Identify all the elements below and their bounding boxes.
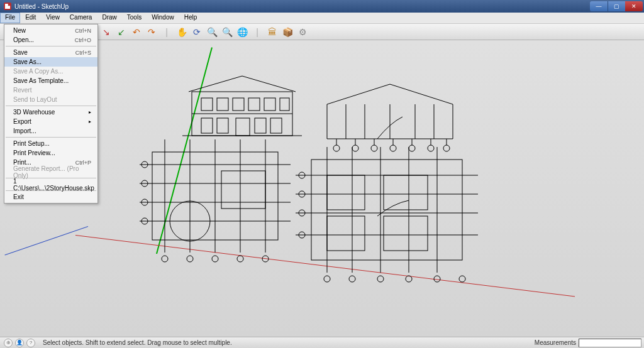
tool-warehouse[interactable]: 🏛 <box>267 26 278 38</box>
menu-window[interactable]: Window <box>147 13 179 23</box>
tool-components[interactable]: 📦 <box>282 26 293 38</box>
menu-item-label: Revert <box>13 87 31 94</box>
menu-item-label: Save A Copy As... <box>13 68 64 75</box>
menu-item-save-a-copy-as: Save A Copy As... <box>4 67 97 76</box>
measurements-label: Measurements <box>535 339 576 346</box>
menu-draw[interactable]: Draw <box>97 13 121 23</box>
status-user-icon[interactable]: 👤 <box>15 339 24 347</box>
menu-item-save-as[interactable]: Save As... <box>4 57 97 67</box>
close-button[interactable]: ✕ <box>625 1 643 11</box>
menu-item-save-as-template[interactable]: Save As Template... <box>4 76 97 85</box>
menu-item-label: 3D Warehouse <box>13 109 55 116</box>
menu-item-1-c-users-2storyhouse-skp[interactable]: 1 C:\Users\...\2StoryHouse.skp <box>4 180 97 189</box>
status-geo-icon[interactable]: ⊕ <box>4 339 13 347</box>
svg-rect-4 <box>233 98 244 111</box>
menu-file[interactable]: File <box>0 13 20 23</box>
menu-item-exit[interactable]: Exit <box>4 192 97 202</box>
tool-orange-undo[interactable]: ↶ <box>131 26 142 38</box>
menu-tools[interactable]: Tools <box>122 13 147 23</box>
tool-sep: | <box>161 26 172 38</box>
menu-item-open[interactable]: Open...Ctrl+O <box>4 35 97 45</box>
menu-item-print-preview[interactable]: Print Preview... <box>4 148 97 158</box>
axis-blue <box>4 226 88 256</box>
svg-point-75 <box>434 276 440 282</box>
menu-separator <box>6 137 96 138</box>
menu-help[interactable]: Help <box>179 13 203 23</box>
menu-item-generate-report-pro-only: Generate Report... (Pro Only) <box>4 167 97 177</box>
menu-item-send-to-layout: Send to LayOut <box>4 95 97 104</box>
menu-camera[interactable]: Camera <box>65 13 97 23</box>
svg-point-72 <box>349 276 355 282</box>
svg-rect-6 <box>264 98 275 111</box>
svg-point-74 <box>406 276 412 282</box>
menu-item-label: Print Setup... <box>13 140 50 147</box>
menu-view[interactable]: View <box>41 13 65 23</box>
svg-rect-69 <box>327 216 365 251</box>
app-icon <box>4 3 11 10</box>
menu-item-new[interactable]: NewCtrl+N <box>4 26 97 35</box>
svg-point-50 <box>212 256 218 262</box>
svg-rect-47 <box>221 171 265 209</box>
window-titlebar: Untitled - SketchUp — ▢ ✕ <box>0 0 644 13</box>
maximize-button[interactable]: ▢ <box>608 1 625 11</box>
menu-separator <box>6 106 96 106</box>
tool-orange-redo[interactable]: ↷ <box>146 26 157 38</box>
menu-separator <box>6 46 96 46</box>
svg-rect-3 <box>217 98 228 111</box>
file-menu-dropdown: NewCtrl+NOpen...Ctrl+OSaveCtrl+SSave As.… <box>4 24 98 204</box>
menu-item-label: Exit <box>13 193 24 200</box>
menu-item-print-setup[interactable]: Print Setup... <box>4 139 97 148</box>
menubar: File Edit View Camera Draw Tools Window … <box>0 13 644 24</box>
menu-edit[interactable]: Edit <box>20 13 41 23</box>
menu-item-save[interactable]: SaveCtrl+S <box>4 48 97 57</box>
svg-rect-12 <box>270 118 282 133</box>
tool-red-arrow[interactable]: ↘ <box>101 26 112 38</box>
tool-extension[interactable]: ⚙ <box>297 26 308 38</box>
svg-rect-11 <box>255 118 266 133</box>
svg-point-71 <box>324 276 330 282</box>
tool-green-arrow[interactable]: ↙ <box>116 26 127 38</box>
window-title: Untitled - SketchUp <box>14 3 69 10</box>
status-help-icon[interactable]: ? <box>26 339 35 347</box>
menu-item-shortcut: Ctrl+N <box>75 28 91 34</box>
svg-point-49 <box>187 256 193 262</box>
menu-item-label: Open... <box>13 36 34 43</box>
menu-item-export[interactable]: Export <box>4 117 97 126</box>
menu-item-label: New <box>13 27 26 34</box>
status-hint: Select objects. Shift to extend select. … <box>39 339 535 346</box>
drawing-floorplan-2 <box>289 141 484 285</box>
menu-item-shortcut: Ctrl+S <box>75 50 91 56</box>
svg-rect-7 <box>280 98 289 111</box>
svg-rect-9 <box>217 118 228 133</box>
svg-rect-2 <box>201 98 213 111</box>
svg-rect-68 <box>384 175 428 210</box>
tool-orbit[interactable]: ⟳ <box>191 26 203 38</box>
svg-point-76 <box>459 276 465 282</box>
window-controls: — ▢ ✕ <box>590 1 643 11</box>
tool-zoom[interactable]: 🔍 <box>206 26 218 38</box>
menu-item-label: Generate Report... (Pro Only) <box>13 165 91 179</box>
svg-rect-70 <box>384 216 428 251</box>
tool-zoom-extents[interactable]: 🔍 <box>221 26 233 38</box>
svg-point-52 <box>262 256 269 262</box>
measurements-input[interactable] <box>579 339 641 347</box>
menu-item-label: Save As Template... <box>13 77 69 84</box>
svg-point-51 <box>237 256 243 262</box>
menu-item-shortcut: Ctrl+O <box>75 37 91 43</box>
tool-earth[interactable]: 🌐 <box>236 26 248 38</box>
menu-item-3d-warehouse[interactable]: 3D Warehouse <box>4 107 97 117</box>
menu-item-import[interactable]: Import... <box>4 126 97 136</box>
menu-item-label: Save As... <box>13 58 42 65</box>
statusbar: ⊕ 👤 ? Select objects. Shift to extend se… <box>0 337 644 348</box>
menu-item-label: 1 C:\Users\...\2StoryHouse.skp <box>13 178 94 192</box>
menu-item-label: Import... <box>13 128 36 134</box>
drawing-floorplan-1 <box>133 133 297 265</box>
menu-item-label: Save <box>13 49 28 56</box>
menu-item-revert: Revert <box>4 85 97 95</box>
tool-hand[interactable]: ✋ <box>176 26 187 38</box>
minimize-button[interactable]: — <box>590 1 608 11</box>
tool-sep2: | <box>252 26 263 38</box>
menu-item-label: Send to LayOut <box>13 96 57 103</box>
svg-point-73 <box>377 276 384 282</box>
svg-rect-67 <box>327 175 365 210</box>
